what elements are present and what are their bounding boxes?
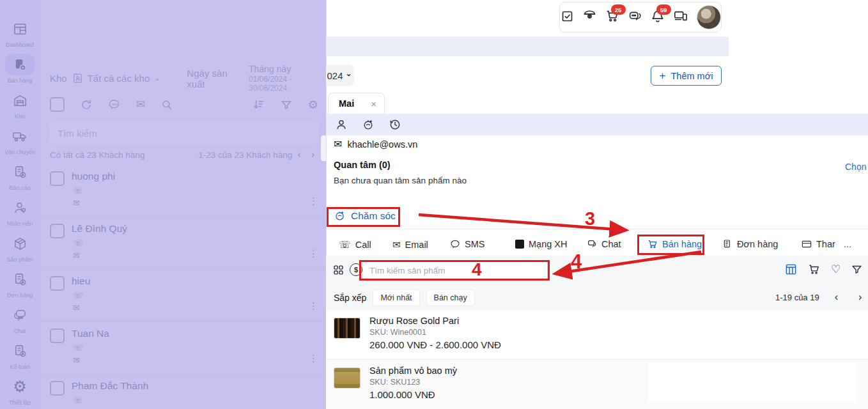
customer-row[interactable]: Lê Đình Quý ☏ ✉ ⋮: [40, 217, 326, 270]
sort-option-bestseller[interactable]: Bán chạy: [426, 289, 475, 306]
cart-icon[interactable]: [808, 263, 820, 275]
person-icon[interactable]: [335, 118, 348, 131]
mail-icon[interactable]: ✉: [136, 98, 145, 111]
sidebar-label: Sản phẩm: [6, 256, 33, 263]
kebab-menu-icon[interactable]: ⋮: [309, 353, 318, 364]
sidebar-item-ke-toan[interactable]: Kế toán: [1, 340, 39, 370]
customer-search-input[interactable]: [50, 121, 318, 144]
sidebar-label: Kho: [15, 113, 25, 120]
interest-title: Quan tâm (0): [334, 160, 391, 170]
price-icon[interactable]: $: [350, 263, 362, 276]
prev-page-icon[interactable]: ‹: [292, 149, 306, 160]
date-preset: Tháng này: [249, 64, 326, 75]
sidebar-item-dashboard[interactable]: Dashboard: [1, 18, 39, 48]
customer-row[interactable]: huong phi ☏ ✉ ⋮: [40, 165, 326, 217]
customer-name[interactable]: hieu: [72, 275, 90, 287]
next-page-icon[interactable]: ›: [306, 149, 320, 160]
tab-email[interactable]: ✉ Email: [392, 239, 428, 251]
panel-collapse-handle[interactable]: [321, 135, 326, 161]
gear-icon[interactable]: ⚙: [308, 98, 318, 112]
order-icon: [722, 239, 732, 249]
date-range-value: 01/06/2024 - 30/06/2024: [249, 75, 326, 93]
customer-row[interactable]: Tuan Na ☏ ✉ ⋮: [40, 322, 326, 374]
row-checkbox[interactable]: [50, 276, 65, 291]
row-checkbox[interactable]: [50, 328, 65, 343]
tab-sms[interactable]: SMS: [450, 239, 484, 249]
choose-link[interactable]: Chọn: [845, 162, 866, 172]
sidebar-item-thiet-lap[interactable]: ⚙ Thiết lập: [1, 376, 39, 406]
kebab-menu-icon[interactable]: ⋮: [309, 248, 318, 259]
tab-ban-hang[interactable]: Bán hàng: [647, 239, 702, 249]
table-view-icon[interactable]: [785, 263, 797, 275]
date-range-fragment[interactable]: 024 ⌄: [325, 65, 354, 86]
next-page-icon[interactable]: ›: [853, 291, 867, 303]
tab-call[interactable]: ☏ Call: [339, 239, 371, 251]
row-checkbox[interactable]: [50, 171, 65, 186]
mail-icon: ✉: [73, 198, 80, 208]
tab-thanh-toan[interactable]: Thar: [802, 239, 835, 249]
customer-name[interactable]: Pham Đắc Thành: [72, 380, 148, 392]
tabs-more-icon[interactable]: ...: [844, 239, 851, 249]
customer-row[interactable]: hieu ☏ ✉ ⋮: [40, 270, 326, 322]
mail-icon: ✉: [334, 138, 342, 150]
sort-option-newest[interactable]: Mới nhất: [373, 289, 419, 306]
history-icon[interactable]: [389, 118, 401, 131]
grid-icon[interactable]: [333, 265, 344, 275]
tab-mai[interactable]: Mai ×: [328, 93, 385, 114]
warehouse-filter[interactable]: Tất cả các kho ⌄: [72, 73, 160, 84]
customer-name[interactable]: huong phi: [72, 171, 115, 182]
customer-filter-bar: Kho Tất cả các kho ⌄ Ngày sản xuất Tháng…: [50, 64, 326, 93]
row-checkbox[interactable]: [50, 224, 65, 238]
product-name[interactable]: Sản phẩm vỏ bao mỳ: [369, 366, 457, 376]
sidebar-item-chat[interactable]: Chat: [1, 304, 39, 334]
sidebar-item-van-chuyen[interactable]: Vận chuyển: [1, 125, 39, 155]
camera-icon[interactable]: [582, 10, 597, 26]
close-icon[interactable]: ×: [371, 98, 376, 109]
select-all-checkbox[interactable]: [50, 97, 65, 112]
sidebar-item-bao-cao[interactable]: Báo cáo: [1, 161, 39, 191]
sidebar-item-nhan-vien[interactable]: Nhân viên: [1, 197, 39, 227]
sms-icon[interactable]: SMS: [108, 98, 120, 111]
sort-icon[interactable]: [252, 98, 265, 111]
tasks-icon[interactable]: [561, 10, 574, 26]
filter-icon[interactable]: [851, 264, 862, 275]
kebab-menu-icon[interactable]: ⋮: [309, 300, 318, 312]
wishlist-icon[interactable]: ♡: [831, 263, 841, 276]
contact-email[interactable]: khachle@ows.vn: [347, 139, 417, 150]
product-image: [334, 318, 360, 339]
add-new-button[interactable]: + Thêm mới: [651, 66, 722, 86]
tab-chat[interactable]: Chat: [587, 239, 621, 249]
refresh-icon[interactable]: [81, 99, 92, 111]
row-checkbox[interactable]: [50, 381, 65, 396]
avatar[interactable]: [697, 5, 721, 29]
chat-icon[interactable]: [628, 10, 642, 26]
truck-icon: [12, 128, 27, 144]
product-price: 1.000.000 VNĐ: [369, 389, 435, 400]
product-search-input[interactable]: [362, 261, 548, 280]
cart-icon[interactable]: 25: [605, 9, 619, 26]
sidebar-item-don-hang[interactable]: Đơn hàng: [1, 268, 39, 298]
product-name[interactable]: Rượu Rose Gold Pari: [369, 316, 459, 326]
sidebar-item-ban-hang[interactable]: Bán hàng: [1, 54, 39, 84]
customer-row[interactable]: Pham Đắc Thành ☏: [40, 374, 326, 409]
prev-page-icon[interactable]: ‹: [830, 291, 843, 303]
care-button[interactable]: Chăm sóc: [334, 210, 396, 222]
kebab-menu-icon[interactable]: ⋮: [309, 196, 318, 207]
sidebar-item-kho[interactable]: Kho: [1, 89, 39, 120]
search-icon[interactable]: [161, 99, 173, 111]
bell-icon[interactable]: 59: [651, 9, 665, 26]
filter-icon[interactable]: [281, 99, 292, 111]
tab-don-hang[interactable]: Đơn hàng: [722, 239, 778, 249]
sidebar-item-san-pham[interactable]: Sản phẩm: [1, 233, 39, 263]
date-range-filter[interactable]: Tháng này 01/06/2024 - 30/06/2024: [249, 64, 326, 93]
customer-name[interactable]: Tuan Na: [72, 328, 109, 339]
tab-mang-xh[interactable]: Mạng XH: [515, 239, 567, 249]
customer-count-row: Có tất cả 23 Khách hàng 1-23 của 23 Khác…: [50, 149, 320, 160]
main-sidebar: Dashboard Bán hàng Kho Vận chuyển Báo cá…: [0, 0, 40, 409]
product-row[interactable]: Rượu Rose Gold Pari SKU: Wine0001 260.00…: [326, 310, 868, 360]
care-icon[interactable]: [362, 118, 375, 131]
pagination-text: 1-19 của 19: [775, 293, 819, 302]
devices-icon[interactable]: [673, 9, 688, 26]
phone-icon: ☏: [73, 291, 83, 300]
customer-name[interactable]: Lê Đình Quý: [72, 223, 127, 235]
